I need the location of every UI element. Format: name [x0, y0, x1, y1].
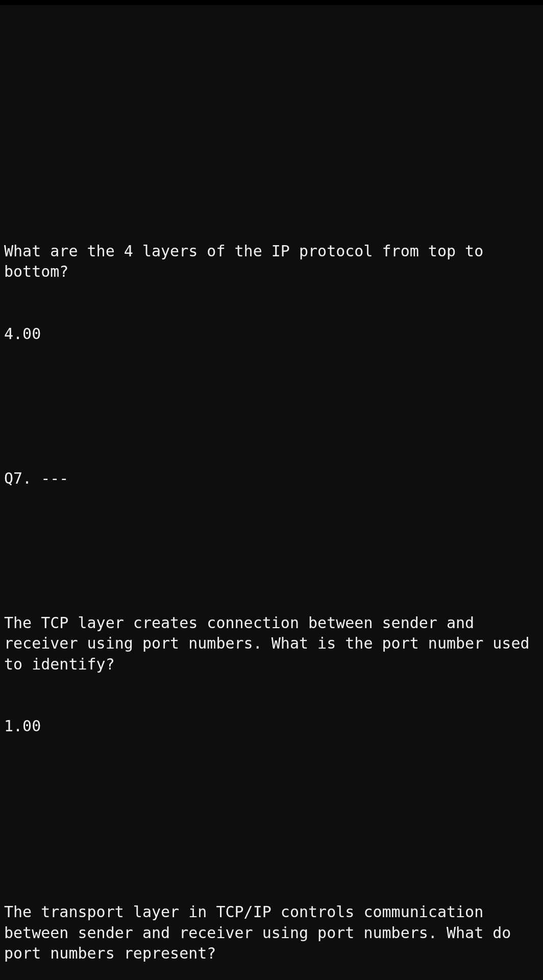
question-score: 4.00: [4, 324, 539, 345]
question-block: The transport layer in TCP/IP controls c…: [4, 861, 539, 980]
top-bar: [0, 0, 543, 5]
question-text: The transport layer in TCP/IP controls c…: [4, 902, 539, 964]
question-score: 1.00: [4, 716, 539, 737]
question-block: The TCP layer creates connection between…: [4, 571, 539, 778]
question-text: What are the 4 layers of the IP protocol…: [4, 241, 539, 282]
section-header: Q7. ---: [4, 468, 539, 489]
question-block: What are the 4 layers of the IP protocol…: [4, 200, 539, 386]
document-content: What are the 4 layers of the IP protocol…: [4, 128, 539, 980]
question-text: The TCP layer creates connection between…: [4, 613, 539, 675]
